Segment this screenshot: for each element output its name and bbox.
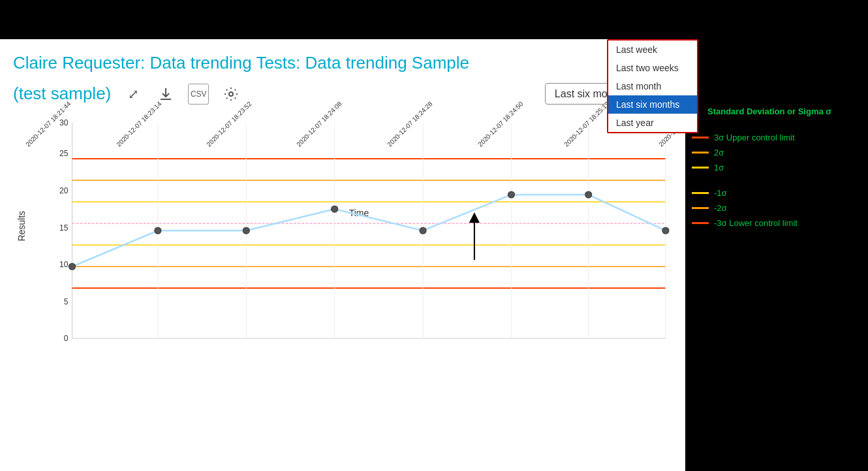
legend-label-ucl: 3σ Upper control limit [714, 133, 795, 142]
dropdown-option-last-year[interactable]: Last year [608, 114, 697, 132]
legend-annotation: ← Standard Deviation or Sigma σ [692, 105, 861, 129]
dropdown-popup[interactable]: Last week Last two weeks Last month Last… [607, 39, 698, 133]
svg-point-32 [662, 227, 669, 234]
svg-point-0 [229, 92, 233, 96]
svg-text:10: 10 [59, 260, 69, 269]
svg-point-27 [243, 227, 249, 234]
x-label-3: 2020-12-07 18:24:08 [295, 100, 343, 148]
legend-item-ucl: 3σ Upper control limit [692, 133, 861, 142]
svg-point-25 [69, 263, 75, 270]
x-label-5: 2020-12-07 18:24:50 [476, 100, 524, 148]
legend-label-neg2sigma: -2σ [714, 203, 727, 213]
svg-point-28 [332, 206, 338, 212]
svg-point-31 [585, 191, 592, 198]
svg-point-29 [420, 227, 426, 234]
x-label-6: 2020-12-07 18:25:12 [563, 100, 610, 148]
legend-item-neg1sigma: -1σ [692, 188, 861, 198]
subtitle-row: (test sample) ⤢ CSV Last six months ▾ [13, 82, 679, 106]
legend-label-2sigma: 2σ [714, 148, 724, 157]
legend-label-lcl: -3σ Lower control limit [714, 218, 798, 228]
csv-icon[interactable]: CSV [188, 84, 209, 105]
x-label-1: 2020-12-07 18:23:14 [115, 100, 163, 148]
legend-label-neg1sigma: -1σ [714, 188, 727, 198]
dropdown-option-last-two-weeks[interactable]: Last two weeks [608, 59, 697, 77]
chart-title-line2: (test sample) [13, 84, 111, 104]
x-label-4: 2020-12-07 18:24:28 [386, 100, 433, 148]
svg-text:5: 5 [64, 297, 69, 306]
settings-icon[interactable] [221, 84, 241, 105]
x-labels-container: 2020-12-07 18:21:44 2020-12-07 18:23:14 … [13, 116, 679, 169]
chart-area: Results 0 5 [13, 116, 679, 391]
legend-item-neg2sigma: -2σ [692, 203, 861, 213]
legend-item-2sigma: 2σ [692, 148, 861, 157]
svg-point-26 [155, 227, 161, 234]
svg-text:0: 0 [64, 334, 69, 343]
x-label-2: 2020-12-07 18:23:52 [206, 100, 253, 148]
right-panel: Last week Last two weeks Last month Last… [685, 39, 868, 471]
legend-item-1sigma: 1σ [692, 163, 861, 172]
dropdown-option-last-month[interactable]: Last month [608, 77, 697, 95]
legend-item-lcl: -3σ Lower control limit [692, 218, 861, 228]
expand-icon[interactable]: ⤢ [123, 84, 144, 105]
chart-title-line1: Claire Requester: Data trending Tests: D… [13, 52, 679, 74]
legend-label-1sigma: 1σ [714, 163, 724, 172]
svg-text:15: 15 [59, 223, 69, 233]
svg-text:20: 20 [59, 186, 69, 195]
annotation-label: Standard Deviation or Sigma σ [707, 106, 831, 116]
svg-point-30 [508, 191, 514, 198]
y-axis-label: Results [16, 210, 27, 241]
dropdown-option-last-six-months[interactable]: Last six months [608, 95, 697, 114]
x-label-0: 2020-12-07 18:21:44 [24, 100, 72, 148]
dropdown-option-last-week[interactable]: Last week [608, 41, 697, 59]
